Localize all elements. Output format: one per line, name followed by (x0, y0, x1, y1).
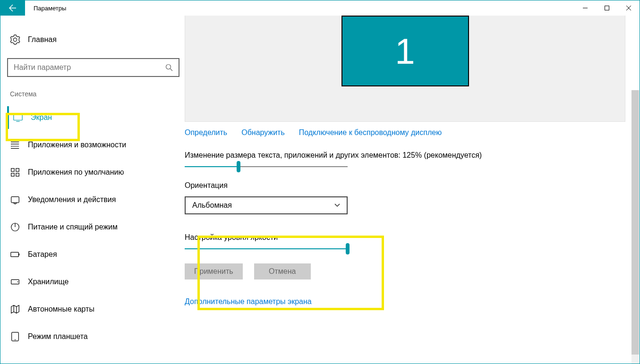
brightness-slider-fill (185, 248, 348, 249)
svg-rect-14 (18, 254, 19, 255)
notifications-icon (10, 195, 20, 205)
arrow-left-icon (9, 4, 17, 12)
svg-point-4 (11, 144, 11, 144)
sidebar-item-1[interactable]: Приложения и возможности (7, 134, 178, 156)
svg-point-16 (17, 281, 18, 282)
scrollbar-thumb[interactable] (631, 90, 639, 355)
sidebar-item-4[interactable]: Питание и спящий режим (7, 216, 178, 238)
monitor-number: 1 (395, 31, 415, 72)
default-apps-icon (10, 167, 20, 178)
sidebar-item-8[interactable]: Режим планшета (7, 325, 178, 348)
sidebar-item-label: Экран (31, 113, 52, 122)
back-button[interactable] (0, 0, 25, 16)
sidebar-item-label: Приложения по умолчанию (28, 168, 124, 177)
sidebar-item-3[interactable]: Уведомления и действия (7, 188, 178, 211)
sidebar-item-label: Режим планшета (28, 332, 88, 341)
orientation-dropdown[interactable]: Альбомная (185, 196, 348, 214)
sidebar-item-label: Автономные карты (28, 305, 94, 313)
identify-link[interactable]: Определить (185, 128, 227, 137)
search-input-container[interactable] (7, 58, 179, 77)
svg-rect-9 (11, 173, 14, 176)
wireless-display-link[interactable]: Подключение к беспроводному дисплею (299, 128, 442, 137)
sidebar-item-7[interactable]: Автономные карты (7, 298, 178, 321)
scale-slider-thumb[interactable] (237, 161, 240, 172)
power-icon (10, 222, 20, 232)
sidebar-item-label: Уведомления и действия (28, 195, 116, 204)
scale-label: Изменение размера текста, приложений и д… (185, 151, 625, 160)
orientation-value: Альбомная (192, 201, 232, 210)
orientation-label: Ориентация (185, 181, 625, 190)
display-preview-area[interactable]: 1 (185, 16, 625, 122)
apps-icon (10, 140, 20, 150)
battery-icon (10, 249, 20, 260)
scale-slider-fill (185, 166, 239, 167)
svg-point-3 (11, 142, 11, 142)
sidebar-item-label: Питание и спящий режим (28, 223, 118, 231)
svg-rect-2 (14, 114, 22, 120)
section-title: Система (7, 90, 178, 98)
svg-rect-13 (11, 252, 19, 256)
storage-icon (10, 277, 20, 287)
svg-rect-8 (16, 169, 19, 171)
brightness-slider[interactable] (185, 248, 348, 249)
close-icon (626, 6, 631, 10)
svg-rect-7 (11, 169, 14, 171)
cancel-button[interactable]: Отмена (254, 263, 311, 279)
sidebar-item-label: Приложения и возможности (28, 141, 126, 149)
maximize-icon (605, 6, 609, 10)
minimize-button[interactable] (574, 0, 596, 16)
gear-icon (10, 34, 20, 45)
chevron-down-icon (334, 201, 340, 210)
apply-button[interactable]: Применить (185, 263, 243, 279)
sidebar-item-label: Батарея (28, 250, 57, 259)
close-button[interactable] (618, 0, 640, 16)
display-icon (13, 112, 23, 123)
home-link[interactable]: Главная (7, 30, 178, 50)
sidebar-item-6[interactable]: Хранилище (7, 271, 178, 293)
svg-point-18 (15, 339, 16, 340)
maps-icon (10, 304, 20, 314)
scale-slider[interactable] (185, 166, 348, 167)
tablet-icon (10, 331, 20, 342)
svg-point-5 (11, 146, 11, 146)
brightness-label: Настройка уровня яркости (185, 233, 625, 242)
scrollbar[interactable] (631, 90, 639, 364)
maximize-button[interactable] (596, 0, 618, 16)
advanced-display-link[interactable]: Дополнительные параметры экрана (185, 297, 312, 306)
svg-rect-11 (11, 197, 19, 203)
svg-rect-10 (16, 173, 19, 176)
sidebar-item-0[interactable]: Экран (7, 106, 178, 129)
home-label: Главная (28, 35, 57, 44)
sidebar-item-2[interactable]: Приложения по умолчанию (7, 161, 178, 184)
svg-rect-0 (605, 6, 609, 10)
monitor-1[interactable]: 1 (341, 16, 469, 86)
svg-point-6 (11, 148, 11, 149)
sidebar-item-5[interactable]: Батарея (7, 243, 178, 266)
search-input[interactable] (14, 63, 165, 72)
sidebar-item-label: Хранилище (28, 278, 68, 286)
minimize-icon (583, 6, 588, 10)
svg-point-1 (166, 65, 171, 69)
detect-link[interactable]: Обнаружить (241, 128, 285, 137)
brightness-slider-thumb[interactable] (346, 243, 350, 254)
search-icon (165, 64, 173, 71)
window-title: Параметры (34, 5, 66, 12)
